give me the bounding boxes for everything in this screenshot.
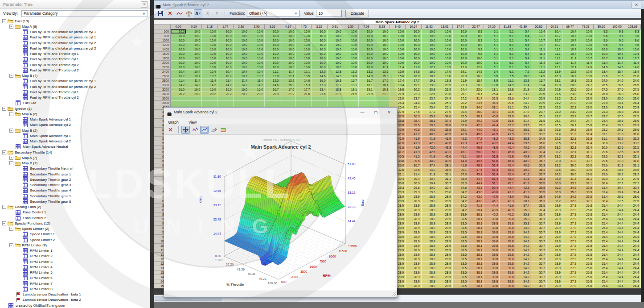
table-cell[interactable]: 19.8 xyxy=(422,83,437,87)
table-cell[interactable]: 38.4 xyxy=(531,195,547,199)
table-cell[interactable]: 18.8 xyxy=(328,87,343,92)
table-cell[interactable]: 38.1 xyxy=(484,105,500,110)
table-cell[interactable]: 33.5 xyxy=(515,123,531,128)
table-cell[interactable]: 19.1 xyxy=(406,83,421,87)
table-cell[interactable]: 10.0 xyxy=(406,52,421,56)
table-cell[interactable]: 10.0 xyxy=(249,52,265,56)
table-cell[interactable]: 17.7 xyxy=(406,79,421,83)
table-cell[interactable]: 23.7 xyxy=(406,96,421,101)
table-cell[interactable]: 31.8 xyxy=(625,132,641,137)
col-header[interactable]: 3.55 xyxy=(265,25,280,29)
row-header[interactable]: 1200 xyxy=(154,43,171,47)
table-cell[interactable]: 39.8 xyxy=(484,244,500,248)
col-header[interactable]: 5.32 xyxy=(312,25,327,29)
table-cell[interactable]: 51.8 xyxy=(484,159,500,163)
table-cell[interactable]: 5.1 xyxy=(484,56,500,61)
table-cell[interactable]: 11.1 xyxy=(547,47,562,52)
table-cell[interactable]: 10.0 xyxy=(202,34,217,38)
table-cell[interactable]: 22.6 xyxy=(422,92,437,96)
menu-view[interactable]: View xyxy=(185,119,201,125)
table-cell[interactable]: 32.5 xyxy=(453,114,468,119)
table-cell[interactable]: 34.2 xyxy=(515,248,531,253)
table-cell[interactable]: 10.0 xyxy=(234,43,249,47)
table-cell[interactable]: 10.0 xyxy=(453,43,468,47)
table-cell[interactable]: 27.2 xyxy=(625,181,641,186)
table-cell[interactable]: 39.1 xyxy=(453,128,468,132)
table-cell[interactable]: 38.1 xyxy=(422,119,437,123)
table-cell[interactable]: 8.9 xyxy=(468,38,484,43)
table-cell[interactable]: 26.1 xyxy=(437,105,453,110)
table-cell[interactable]: 48.9 xyxy=(468,163,484,168)
table-cell[interactable] xyxy=(249,101,265,105)
table-cell[interactable]: 39.1 xyxy=(484,110,500,114)
table-cell[interactable]: 29.6 xyxy=(578,172,594,177)
table-cell[interactable]: 10.0 xyxy=(217,47,233,52)
tree-item-special-functions-12[interactable]: −Special Functions (12) xyxy=(0,221,150,226)
tree-item-speed-limiter-2[interactable]: Speed Limiter 2 xyxy=(0,237,150,242)
tree-item-secondary-throttle-gear-5[interactable]: Secondary Throttle gear 5 xyxy=(0,193,150,199)
table-cell[interactable]: 10.7 xyxy=(562,47,578,52)
table-cell[interactable]: 27.9 xyxy=(562,284,578,288)
table-cell[interactable]: 11.4 xyxy=(202,79,217,83)
table-cell[interactable]: 12.1 xyxy=(562,65,578,70)
tree-item-secondary-throttle-gear-3[interactable]: Secondary Throttle gear 3 xyxy=(0,183,150,188)
table-cell[interactable]: 10.0 xyxy=(578,38,594,43)
table-cell[interactable]: 10.0 xyxy=(328,34,343,38)
table-cell[interactable]: 10.0 xyxy=(312,56,327,61)
table-cell[interactable]: 31.1 xyxy=(578,150,594,154)
table-cell[interactable]: 29.6 xyxy=(594,163,609,168)
table-cell[interactable]: 45.4 xyxy=(500,172,515,177)
table-cell[interactable]: 14.9 xyxy=(468,70,484,74)
table-cell[interactable]: 28.6 xyxy=(609,119,625,123)
table-cell[interactable]: 10.0 xyxy=(280,61,296,65)
table-cell[interactable]: 39.8 xyxy=(500,244,515,248)
table-cell[interactable]: 27.2 xyxy=(609,181,625,186)
table-cell[interactable]: 34.2 xyxy=(515,279,531,284)
table-cell[interactable]: 13.2 xyxy=(531,70,547,74)
table-cell[interactable]: 25.4 xyxy=(594,253,609,257)
table-cell[interactable]: 27.9 xyxy=(562,275,578,279)
table-cell[interactable]: 10.0 xyxy=(280,56,296,61)
table-cell[interactable]: 10.4 xyxy=(217,70,233,74)
table-cell[interactable]: 28.9 xyxy=(547,208,562,212)
table-cell[interactable]: 29.3 xyxy=(422,190,437,195)
table-cell[interactable]: 10.0 xyxy=(186,61,202,65)
table-cell[interactable] xyxy=(280,101,296,105)
table-cell[interactable]: 12.1 xyxy=(547,65,562,70)
table-cell[interactable]: 28.9 xyxy=(437,244,453,248)
table-cell[interactable]: 28.9 xyxy=(406,244,421,248)
table-cell[interactable]: 11.4 xyxy=(578,61,594,65)
table-cell[interactable]: 31.8 xyxy=(609,159,625,163)
table-cell[interactable]: 10.0 xyxy=(296,61,312,65)
table-cell[interactable]: 47.5 xyxy=(468,168,484,172)
table-cell[interactable]: 25.4 xyxy=(578,92,594,96)
table-cell[interactable]: 43.0 xyxy=(500,195,515,199)
table-cell[interactable]: 29.6 xyxy=(594,168,609,172)
table-cell[interactable]: 19.1 xyxy=(422,79,437,83)
table-cell[interactable]: 10.4 xyxy=(186,70,202,74)
table-cell[interactable]: 10.0 xyxy=(390,47,406,52)
panel-divider[interactable] xyxy=(150,0,154,308)
table-cell[interactable]: 28.6 xyxy=(500,96,515,101)
table-cell[interactable]: 22.3 xyxy=(406,92,421,96)
collapse-icon[interactable]: − xyxy=(2,150,6,154)
tree-item-rpm-limiter-8[interactable]: RPM Limiter 8 xyxy=(0,286,150,291)
table-cell[interactable]: 28.2 xyxy=(453,101,468,105)
table-cell[interactable]: 32.1 xyxy=(437,172,453,177)
table-cell[interactable]: 31.8 xyxy=(422,172,437,177)
table-cell[interactable]: 40.9 xyxy=(437,132,453,137)
table-cell[interactable]: 10.0 xyxy=(453,56,468,61)
table-cell[interactable]: 33.2 xyxy=(609,141,625,146)
table-cell[interactable]: 34.2 xyxy=(515,235,531,239)
table-cell[interactable]: 26.8 xyxy=(578,230,594,235)
tree-item-secondary-throttle-neutral[interactable]: Secondary Throttle Neutral xyxy=(0,166,150,171)
value-input[interactable]: 10 xyxy=(316,10,342,17)
table-cell[interactable]: 35.3 xyxy=(515,208,531,212)
table-cell[interactable]: 10.0 xyxy=(468,61,484,65)
tree-item-fuel-by-rpm-and-intake-air-pressure-cyl-1[interactable]: Fuel by RPM and intake air pressure cyl … xyxy=(0,79,150,84)
table-cell[interactable]: 10.0 xyxy=(171,61,186,65)
table-cell[interactable]: 5.8 xyxy=(515,65,531,70)
table-cell[interactable]: 10.0 xyxy=(186,38,202,43)
tree-item-map-b-7[interactable]: −Map B (7) xyxy=(0,161,150,166)
table-cell[interactable]: 28.9 xyxy=(422,212,437,217)
